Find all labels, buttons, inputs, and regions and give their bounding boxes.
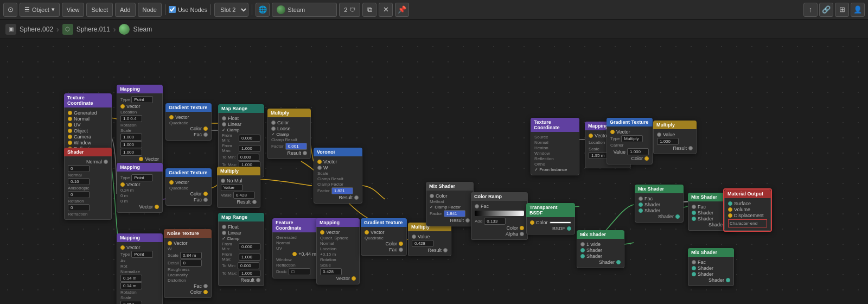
node-transparent-bsdf-2[interactable]: Mix Shader Fac Shader Shader Shader — [635, 185, 684, 223]
node-gradient-tex-2[interactable]: Gradient Texture Vector Quadratic Color … — [165, 168, 212, 206]
node-body-mix-shader-2: 1 wide Shader Shader Shader — [577, 239, 624, 268]
view-label: View — [67, 7, 80, 13]
blender-icon-btn[interactable]: ⊙ — [3, 3, 17, 17]
node-material-output[interactable]: Material Output Surface Volume Displacem… — [723, 188, 772, 232]
node-body-multiply-3: Value 0.428 Result — [408, 231, 451, 256]
node-body-gradient-1: Vector Quadratic Color Fac — [165, 112, 212, 141]
node-header-transparent-bsdf: Transparent BSDF — [526, 203, 575, 217]
node-multiply-right[interactable]: Multiply Value 1.000 Result — [653, 121, 697, 154]
mode-selector[interactable]: ☰ Object ▾ — [20, 3, 60, 17]
node-multiply-2[interactable]: Multiply No Mul Value Value 0.428 Result — [217, 167, 260, 208]
node-gradient-tex-1[interactable]: Gradient Texture Vector Quadratic Color … — [165, 103, 212, 141]
pin-btn[interactable]: 📌 — [395, 3, 409, 17]
sep1 — [165, 4, 165, 15]
use-nodes-toggle[interactable]: Use Nodes — [169, 6, 207, 13]
globe-icon-btn[interactable]: 🌐 — [256, 3, 270, 17]
right-icons-area: ↑ 🔗 ⊞ 👤 — [803, 3, 865, 17]
breadcrumb-bar: ▣ Sphere.002 › ⬡ Sphere.011 › Steam — [0, 20, 868, 39]
copy-btn[interactable]: ⧉ — [362, 3, 376, 17]
shield-count-btn[interactable]: 2 🛡 — [339, 3, 360, 17]
node-noise-tex[interactable]: Noise Texture Vector W Scale 0.84 m Deta… — [164, 229, 212, 298]
node-map-range-2[interactable]: Map Range Float Linear ✓ Clamp From Min:… — [218, 213, 264, 286]
node-body-transparent-bsdf-2: Fac Shader Shader Shader — [635, 193, 684, 223]
add-menu[interactable]: Add — [115, 3, 136, 17]
sep3 — [252, 4, 252, 15]
node-body-feature-coord: Generated Normal UV +0.44 m Window Refle… — [272, 232, 320, 278]
node-gradient-tex-right[interactable]: Gradient Texture Vector Type Multiply Ca… — [607, 118, 653, 164]
node-multiply-3[interactable]: Multiply Value 0.428 Result — [408, 223, 451, 256]
slot-selector[interactable]: Slot 2 — [214, 3, 248, 17]
node-header-mapping-top: Mapping — [117, 85, 163, 93]
node-header-multiply-1: Multiply — [267, 109, 311, 117]
node-body-shader-left: Normal 0 Normal 0.16 Anisotropic 0 Rotat… — [64, 156, 112, 220]
node-header-shader-left: Shader — [64, 148, 112, 156]
node-transparent-bsdf[interactable]: Transparent BSDF Color BSDF — [526, 203, 575, 235]
node-body-multiply-right: Value 1.000 Result — [653, 129, 697, 154]
select-menu[interactable]: Select — [86, 3, 113, 17]
node-header-map-range-1: Map Range — [218, 104, 264, 113]
node-body-gradient-3: Vector Quadratic Color Fac — [361, 227, 407, 256]
node-body-color-ramp: Fac Add 0.133 Color Alpha — [471, 201, 528, 240]
node-mapping-2[interactable]: Mapping Vector Quadr. Sphere Normal Loca… — [316, 218, 360, 284]
upload-icon-btn[interactable]: ↑ — [803, 3, 818, 17]
select-label: Select — [91, 7, 108, 13]
node-header-gradient-2: Gradient Texture — [165, 168, 212, 177]
node-menu[interactable]: Node — [138, 3, 162, 17]
node-feature-coord[interactable]: Feature Coordinate Generated Normal UV +… — [272, 218, 320, 278]
node-header-multiply-right: Multiply — [653, 121, 697, 129]
node-body-gradient-2: Vector Quadratic Color Fac — [165, 177, 212, 206]
node-header-noise: Noise Texture — [164, 229, 212, 238]
mesh-icon: ⬡ — [62, 24, 73, 35]
node-gradient-tex-3[interactable]: Gradient Texture Vector Quadratic Color … — [361, 218, 407, 256]
node-mapping-left2[interactable]: Mapping Vector Type Point Ax Rot Normali… — [117, 233, 163, 304]
node-body-mapping-2: Vector Quadr. Sphere Normal Location +0.… — [316, 227, 360, 284]
node-voronoi[interactable]: Voronoi Vector W Scale Clamp Result Clam… — [314, 148, 362, 204]
node-editor[interactable]: Texture Coordinate Generated Normal UV O… — [0, 39, 868, 304]
shield-icon: 🛡 — [349, 7, 355, 13]
user-icon-btn[interactable]: 👤 — [851, 3, 865, 17]
material-name: Steam — [288, 7, 305, 13]
node-texture-coord-right[interactable]: Texture Coordinate Source Normal Heaton … — [531, 118, 579, 175]
add-label: Add — [120, 7, 131, 13]
node-shader-left[interactable]: Shader Normal 0 Normal 0.16 Anisotropic … — [64, 148, 112, 220]
node-body-material-left: Type Point Vector 0.24 m 0 m 0 m Vector — [117, 172, 163, 213]
node-body-mapping-left2: Vector Type Point Ax Rot Normalize 0.14 … — [117, 242, 163, 304]
node-body-gradient-right: Vector Type Multiply Carrier Value1.000 … — [607, 126, 653, 164]
node-header-mapping-left2: Mapping — [117, 233, 163, 242]
view-menu[interactable]: View — [62, 3, 85, 17]
material-name-field[interactable]: Steam — [272, 3, 337, 17]
mode-icon: ☰ — [24, 6, 30, 13]
node-body-noise: Vector W Scale 0.84 m Detail 0 Roughness… — [164, 238, 212, 298]
node-material-left[interactable]: Mapping Type Point Vector 0.24 m 0 m 0 m… — [117, 163, 163, 213]
use-nodes-checkbox[interactable] — [169, 6, 176, 13]
node-header-texture-coord-left: Texture Coordinate — [64, 93, 112, 107]
node-body-material-output: Surface Volume Displacement Character-en… — [724, 198, 771, 231]
node-body-transparent-bsdf: Color BSDF — [526, 217, 575, 235]
node-header-voronoi: Voronoi — [314, 148, 362, 156]
node-body-voronoi: Vector W Scale Clamp Result Clamp Factor… — [314, 156, 362, 204]
node-mix-shader-4[interactable]: Mix Shader Fac Shader Shader Shader — [688, 248, 734, 286]
node-body-mix-shader-1: Color Method ✓ Clamp Factor Factor 1.841… — [426, 191, 474, 226]
node-color-ramp[interactable]: Color Ramp Fac Add 0.133 Color Alpha — [471, 192, 528, 240]
node-header-texture-coord-right: Texture Coordinate — [531, 118, 579, 132]
node-mix-shader-2[interactable]: Mix Shader 1 wide Shader Shader Shader — [577, 230, 624, 268]
layout-icon-btn[interactable]: ⊞ — [835, 3, 849, 17]
node-body-mapping-top: Type Point Vector Location 1.0 0.4 Rotat… — [117, 93, 163, 165]
node-header-feature-coord: Feature Coordinate — [272, 218, 320, 232]
object-icon: ▣ — [5, 24, 16, 35]
sep2 — [210, 4, 211, 15]
node-header-material-left: Mapping — [117, 163, 163, 172]
node-body-multiply-1: Color Loose ✓ Clamp Clamp Result Factor … — [267, 117, 311, 159]
node-header-mix-shader-1: Mix Shader — [426, 182, 474, 191]
node-mix-shader-1[interactable]: Mix Shader Color Method ✓ Clamp Factor F… — [426, 182, 474, 226]
close-material-btn[interactable]: ✕ — [379, 3, 393, 17]
bc-arrow-1: › — [56, 25, 59, 34]
node-body-map-range-2: Float Linear ✓ Clamp From Min:0.000 From… — [218, 221, 264, 286]
header-bar: ⊙ ☰ Object ▾ View Select Add Node Use No… — [0, 0, 868, 20]
node-mapping-top[interactable]: Mapping Type Point Vector Location 1.0 0… — [117, 85, 163, 165]
link-icon-btn[interactable]: 🔗 — [819, 3, 833, 17]
node-label: Node — [143, 7, 157, 13]
node-header-mapping-2: Mapping — [316, 218, 360, 227]
node-multiply-1[interactable]: Multiply Color Loose ✓ Clamp Clamp Resul… — [267, 109, 311, 159]
mode-label: Object — [32, 7, 49, 13]
